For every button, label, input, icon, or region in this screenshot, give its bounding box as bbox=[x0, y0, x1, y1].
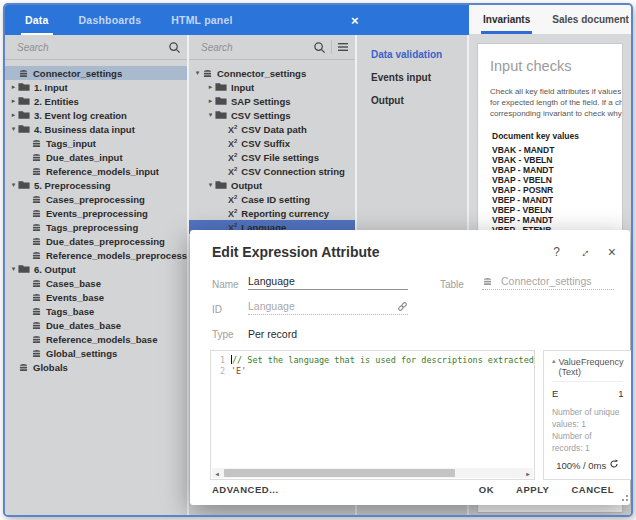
expression-icon: X2 bbox=[228, 166, 237, 177]
nav-item-data-validation[interactable]: Data validation bbox=[357, 43, 467, 66]
tree-item[interactable]: Tags_input bbox=[5, 136, 187, 150]
tree-item[interactable]: Reference_models_base bbox=[5, 332, 187, 346]
expand-icon[interactable]: ↔ bbox=[578, 245, 590, 259]
expander-icon[interactable]: ▸ bbox=[206, 97, 215, 105]
tree-item[interactable]: ▾4. Business data input bbox=[5, 122, 187, 136]
tree-item[interactable]: ▸Input bbox=[189, 80, 355, 94]
link-icon[interactable] bbox=[397, 301, 408, 312]
preview-header[interactable]: ▴ Value (Text) Frequency bbox=[552, 357, 624, 382]
tree-item[interactable]: X2Case ID setting bbox=[189, 192, 355, 206]
card-title: Input checks bbox=[490, 58, 622, 74]
resize-grip[interactable] bbox=[619, 494, 628, 503]
card-description: Check all key field attributes if values… bbox=[490, 86, 622, 119]
tree-item[interactable]: X2Reporting currency bbox=[189, 206, 355, 220]
apply-button[interactable]: APPLY bbox=[516, 484, 549, 495]
name-field[interactable]: Language bbox=[248, 275, 408, 290]
tab-sales-document[interactable]: Sales document bbox=[552, 5, 629, 34]
tree-item[interactable]: X2CSV File settings bbox=[189, 150, 355, 164]
tree-item-label: Cases_preprocessing bbox=[46, 194, 145, 205]
dialog-form: Name Language Table Connector_settings I… bbox=[212, 274, 614, 340]
tree-item[interactable]: Due_dates_base bbox=[5, 318, 187, 332]
folder-icon bbox=[215, 180, 227, 190]
expander-icon[interactable]: ▾ bbox=[206, 111, 215, 119]
expander-icon[interactable]: ▸ bbox=[9, 83, 18, 91]
tab-html-panel[interactable]: HTML panel bbox=[171, 5, 232, 35]
table-label: Table bbox=[440, 279, 482, 290]
refresh-icon[interactable] bbox=[609, 459, 619, 471]
tree-item[interactable]: Due_dates_preprocessing bbox=[5, 234, 187, 248]
nav-item-events-input[interactable]: Events input bbox=[357, 66, 467, 89]
scroll-left-icon[interactable]: ◀ bbox=[212, 470, 222, 477]
name-label: Name bbox=[212, 279, 248, 290]
expander-icon[interactable]: ▾ bbox=[206, 181, 215, 189]
tree-item[interactable]: Tags_preprocessing bbox=[5, 220, 187, 234]
tree-item[interactable]: Cases_preprocessing bbox=[5, 192, 187, 206]
table-icon bbox=[18, 362, 29, 373]
divider bbox=[331, 40, 332, 54]
tree-item[interactable]: Reference_models_preprocessing bbox=[5, 248, 187, 262]
tree-item[interactable]: Events_base bbox=[5, 290, 187, 304]
ok-button[interactable]: OK bbox=[479, 484, 494, 495]
close-icon[interactable]: × bbox=[351, 5, 359, 35]
tab-dashboards[interactable]: Dashboards bbox=[79, 5, 142, 35]
expander-icon[interactable]: ▾ bbox=[9, 125, 18, 133]
scrollbar-thumb[interactable] bbox=[224, 469, 455, 477]
table-icon bbox=[31, 138, 42, 149]
folder-icon bbox=[18, 110, 30, 120]
search-input[interactable] bbox=[15, 41, 168, 54]
middle-tree: ▾Connector_settings▸Input▸SAP Settings▾C… bbox=[189, 60, 355, 234]
tree-item[interactable]: ▸1. Input bbox=[5, 80, 187, 94]
tree-item[interactable]: Globals bbox=[5, 360, 187, 374]
key-value-item: VBEP - MANDT bbox=[490, 215, 622, 225]
tree-item[interactable]: Global_settings bbox=[5, 346, 187, 360]
advanced-button[interactable]: ADVANCED... bbox=[212, 484, 279, 495]
folder-icon bbox=[215, 96, 227, 106]
tree-item[interactable]: Cases_base bbox=[5, 276, 187, 290]
nav-item-output[interactable]: Output bbox=[357, 89, 467, 112]
expander-icon[interactable]: ▸ bbox=[9, 111, 18, 119]
tree-item-label: Cases_base bbox=[46, 278, 101, 289]
tree-item[interactable]: ▾5. Preprocessing bbox=[5, 178, 187, 192]
expander-icon[interactable]: ▾ bbox=[9, 265, 18, 273]
scroll-right-icon[interactable]: ▶ bbox=[523, 470, 533, 477]
tree-item[interactable]: ▾Connector_settings bbox=[189, 66, 355, 80]
tree-item-label: 3. Event log creation bbox=[34, 110, 127, 121]
code-text: 'E' bbox=[231, 366, 246, 377]
expander-icon[interactable]: ▾ bbox=[9, 181, 18, 189]
search-input[interactable] bbox=[199, 41, 313, 54]
tab-invariants[interactable]: Invariants bbox=[483, 5, 530, 34]
tab-data[interactable]: Data bbox=[25, 5, 49, 35]
tree-item[interactable]: ▸2. Entities bbox=[5, 94, 187, 108]
table-icon bbox=[31, 306, 42, 317]
expander-icon[interactable]: ▸ bbox=[206, 83, 215, 91]
expander-icon[interactable]: ▸ bbox=[9, 97, 18, 105]
right-tab-bar: InvariantsSales documentDe bbox=[469, 5, 631, 35]
tree-item[interactable]: Reference_models_input bbox=[5, 164, 187, 178]
editor-row: 1// Set the language that is used for de… bbox=[210, 350, 614, 480]
cancel-button[interactable]: CANCEL bbox=[571, 484, 614, 495]
tree-item[interactable]: ▾6. Output bbox=[5, 262, 187, 276]
preview-footer: Number of unique values: 1 Number of rec… bbox=[552, 406, 624, 454]
tree-item[interactable]: Events_preprocessing bbox=[5, 206, 187, 220]
performance-value: 100% / 0ms bbox=[556, 460, 606, 471]
tree-item[interactable]: ▸SAP Settings bbox=[189, 94, 355, 108]
tree-item[interactable]: X2CSV Data path bbox=[189, 122, 355, 136]
tree-item[interactable]: X2CSV Suffix bbox=[189, 136, 355, 150]
tree-item-label: Due_dates_base bbox=[46, 320, 121, 331]
expression-editor[interactable]: 1// Set the language that is used for de… bbox=[210, 350, 535, 480]
tree-item[interactable]: ▾CSV Settings bbox=[189, 108, 355, 122]
help-icon[interactable]: ? bbox=[553, 245, 560, 259]
tree-item[interactable]: Connector_settings bbox=[5, 66, 187, 80]
dialog-close-icon[interactable]: × bbox=[608, 244, 616, 260]
expander-icon[interactable]: ▾ bbox=[193, 69, 202, 77]
menu-icon[interactable] bbox=[337, 42, 349, 52]
folder-icon bbox=[18, 96, 30, 106]
key-value-item: VBEP - MANDT bbox=[490, 195, 622, 205]
code-line: 1// Set the language that is used for de… bbox=[211, 355, 534, 366]
tree-item[interactable]: X2CSV Connection string bbox=[189, 164, 355, 178]
tree-item[interactable]: Tags_base bbox=[5, 304, 187, 318]
horizontal-scrollbar[interactable]: ◀ ▶ bbox=[212, 468, 533, 478]
tree-item[interactable]: Due_dates_input bbox=[5, 150, 187, 164]
tree-item[interactable]: ▸3. Event log creation bbox=[5, 108, 187, 122]
tree-item[interactable]: ▾Output bbox=[189, 178, 355, 192]
